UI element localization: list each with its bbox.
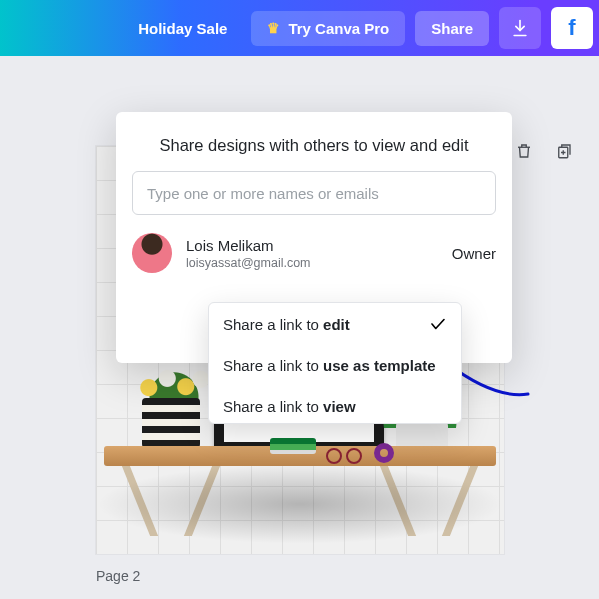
try-canva-pro-button[interactable]: ♛ Try Canva Pro bbox=[251, 11, 405, 46]
books bbox=[270, 438, 316, 454]
link-option-template[interactable]: Share a link to use as template bbox=[209, 345, 461, 386]
avatar bbox=[132, 233, 172, 273]
link-type-menu: Share a link to edit Share a link to use… bbox=[208, 302, 462, 424]
share-popover-title: Share designs with others to view and ed… bbox=[132, 136, 496, 155]
striped-vase bbox=[142, 398, 200, 448]
link-option-view[interactable]: Share a link to view bbox=[209, 386, 461, 423]
facebook-button[interactable]: f bbox=[551, 7, 593, 49]
trash-icon[interactable] bbox=[515, 142, 533, 160]
share-email-input[interactable] bbox=[132, 171, 496, 215]
page-tools bbox=[515, 142, 573, 160]
link-option-edit[interactable]: Share a link to edit bbox=[209, 303, 461, 345]
duplicate-page-icon[interactable] bbox=[555, 142, 573, 160]
owner-name: Lois Melikam bbox=[186, 237, 311, 254]
share-label: Share bbox=[431, 20, 473, 37]
editor-stage: Page 2 Share designs with others to view… bbox=[0, 56, 599, 599]
glasses bbox=[326, 446, 362, 458]
check-icon bbox=[429, 315, 447, 333]
holiday-sale-label[interactable]: Holiday Sale bbox=[138, 20, 227, 37]
link-type-scroll[interactable]: Share a link to edit Share a link to use… bbox=[209, 303, 461, 423]
try-pro-label: Try Canva Pro bbox=[288, 20, 389, 37]
download-button[interactable] bbox=[499, 7, 541, 49]
top-bar: Holiday Sale ♛ Try Canva Pro Share f bbox=[0, 0, 599, 56]
purple-ring bbox=[374, 443, 394, 463]
crown-icon: ♛ bbox=[267, 20, 280, 36]
owner-row: Lois Melikam loisyassat@gmail.com Owner bbox=[132, 233, 496, 273]
owner-role: Owner bbox=[452, 245, 496, 262]
owner-email: loisyassat@gmail.com bbox=[186, 256, 311, 270]
facebook-icon: f bbox=[568, 15, 575, 41]
share-button[interactable]: Share bbox=[415, 11, 489, 46]
floor-shadow bbox=[96, 464, 504, 544]
download-icon bbox=[510, 18, 530, 38]
page-label: Page 2 bbox=[96, 568, 140, 584]
